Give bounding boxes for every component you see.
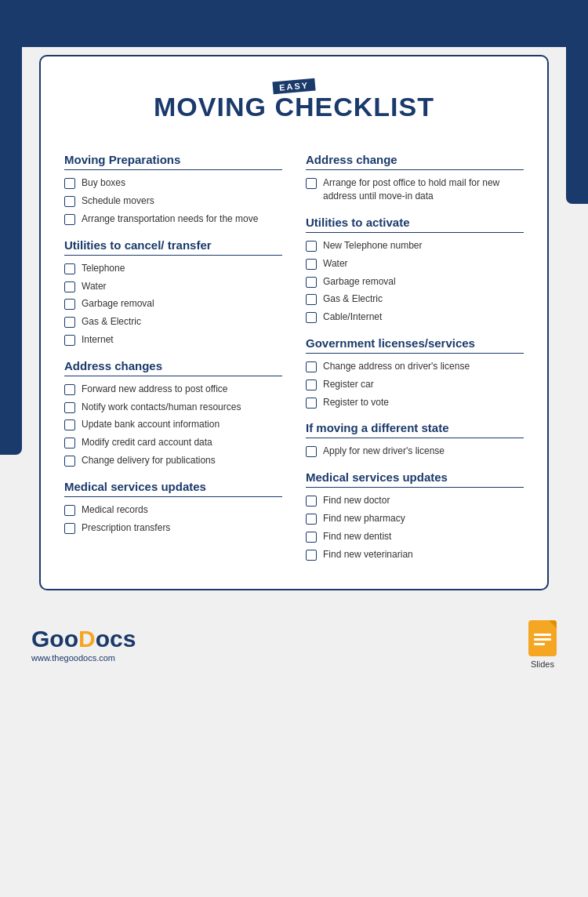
item-text: New Telephone number [323, 239, 423, 252]
slides-line-1 [534, 634, 551, 636]
checkbox[interactable] [306, 550, 317, 561]
item-text: Find new doctor [323, 494, 390, 507]
checklist-item: Change address on driver's license [306, 360, 524, 373]
item-text: Garbage removal [323, 275, 396, 289]
checkbox[interactable] [64, 402, 75, 413]
item-text: Prescription transfers [82, 521, 170, 535]
item-text: Medical records [82, 503, 148, 517]
slides-label: Slides [531, 659, 554, 669]
section-divider [306, 438, 524, 438]
slides-icon [528, 620, 557, 656]
section: Address changesForward new address to po… [64, 359, 282, 467]
checkbox[interactable] [306, 380, 317, 390]
checkbox[interactable] [64, 456, 75, 467]
section-title: Government licenses/services [306, 336, 524, 350]
checklist-item: Cable/Internet [306, 310, 524, 324]
checkbox[interactable] [64, 299, 75, 310]
section: If moving a different stateApply for new… [306, 421, 524, 458]
item-text: Schedule movers [82, 194, 154, 208]
checkbox[interactable] [306, 178, 317, 189]
col-left: Moving PreparationsBuy boxesSchedule mov… [64, 140, 282, 565]
checkbox[interactable] [306, 532, 317, 543]
item-text: Register car [323, 378, 374, 391]
checkbox[interactable] [64, 317, 75, 328]
item-text: Change delivery for publications [82, 454, 216, 467]
section-title: Utilities to activate [306, 216, 524, 229]
checkbox[interactable] [306, 398, 317, 409]
item-text: Forward new address to post office [82, 383, 228, 396]
slides-area: Slides [528, 620, 557, 669]
checkbox[interactable] [64, 263, 75, 274]
checklist-item: Notify work contacts/human resources [64, 401, 282, 414]
item-text: Gas & Electric [82, 315, 141, 329]
checklist-item: Garbage removal [306, 275, 524, 289]
item-text: Cable/Internet [323, 310, 382, 324]
checkbox[interactable] [306, 361, 317, 372]
logo-area: GooDocs www.thegoodocs.com [31, 627, 136, 663]
checkbox[interactable] [64, 335, 75, 346]
logo-url: www.thegoodocs.com [31, 653, 136, 663]
section: Moving PreparationsBuy boxesSchedule mov… [64, 153, 282, 225]
section: Medical services updatesMedical recordsP… [64, 480, 282, 535]
slides-inner-lines [530, 627, 555, 649]
checklist-item: Schedule movers [64, 194, 282, 208]
item-text: Notify work contacts/human resources [82, 401, 241, 414]
checklist-item: Gas & Electric [306, 292, 524, 306]
checklist-item: Water [306, 257, 524, 271]
checklist-item: Find new pharmacy [306, 512, 524, 525]
checkbox[interactable] [64, 438, 75, 448]
checkbox[interactable] [64, 523, 75, 534]
section-title: Medical services updates [64, 480, 282, 493]
section-title: Address change [306, 153, 524, 166]
checkbox[interactable] [306, 496, 317, 507]
checklist-item: Gas & Electric [64, 315, 282, 329]
checklist-item: Arrange for post office to hold mail for… [306, 176, 524, 203]
checkbox[interactable] [64, 384, 75, 395]
item-text: Water [323, 257, 348, 271]
main-card: EASY MOVING CHECKLIST Moving Preparation… [39, 55, 549, 590]
checkbox[interactable] [64, 419, 75, 430]
checklist-item: Medical records [64, 503, 282, 517]
checkbox[interactable] [306, 312, 317, 323]
section-divider [306, 353, 524, 354]
checkbox[interactable] [306, 277, 317, 288]
section: Utilities to cancel/ transferTelephoneWa… [64, 238, 282, 347]
checkbox[interactable] [64, 178, 75, 189]
item-text: Modify credit card account data [82, 436, 212, 449]
checkbox[interactable] [306, 514, 317, 525]
slides-line-2 [534, 638, 551, 641]
checklist-item: Apply for new driver's license [306, 445, 524, 458]
section: Utilities to activateNew Telephone numbe… [306, 216, 524, 324]
checkbox[interactable] [306, 241, 317, 252]
checkbox[interactable] [64, 281, 75, 292]
checklist-item: Change delivery for publications [64, 454, 282, 467]
section-title: Utilities to cancel/ transfer [64, 238, 282, 252]
checklist-item: Register to vote [306, 396, 524, 409]
item-text: Water [82, 280, 107, 293]
logo-goo: Goo [31, 626, 78, 652]
checkbox[interactable] [64, 214, 75, 225]
item-text: Find new dentist [323, 530, 391, 543]
main-title: MOVING CHECKLIST [154, 93, 434, 122]
checklist-item: New Telephone number [306, 239, 524, 252]
left-accent [0, 47, 22, 455]
item-text: Gas & Electric [323, 292, 383, 306]
section-divider [64, 169, 282, 170]
checkbox[interactable] [306, 294, 317, 305]
checklist-item: Forward new address to post office [64, 383, 282, 396]
columns: Moving PreparationsBuy boxesSchedule mov… [64, 140, 524, 565]
checklist-item: Modify credit card account data [64, 436, 282, 449]
footer: GooDocs www.thegoodocs.com Slides [0, 603, 588, 686]
item-text: Find new veterinarian [323, 548, 413, 561]
section-divider [64, 255, 282, 256]
checkbox[interactable] [64, 196, 75, 207]
checklist-item: Register car [306, 378, 524, 391]
checklist-item: Update bank account information [64, 418, 282, 431]
section-divider [306, 169, 524, 170]
col-right: Address changeArrange for post office to… [306, 140, 524, 565]
checkbox[interactable] [64, 505, 75, 516]
checklist-item: Arrange transportation needs for the mov… [64, 212, 282, 226]
checkbox[interactable] [306, 446, 317, 457]
checkbox[interactable] [306, 259, 317, 270]
logo-special: D [78, 626, 96, 652]
